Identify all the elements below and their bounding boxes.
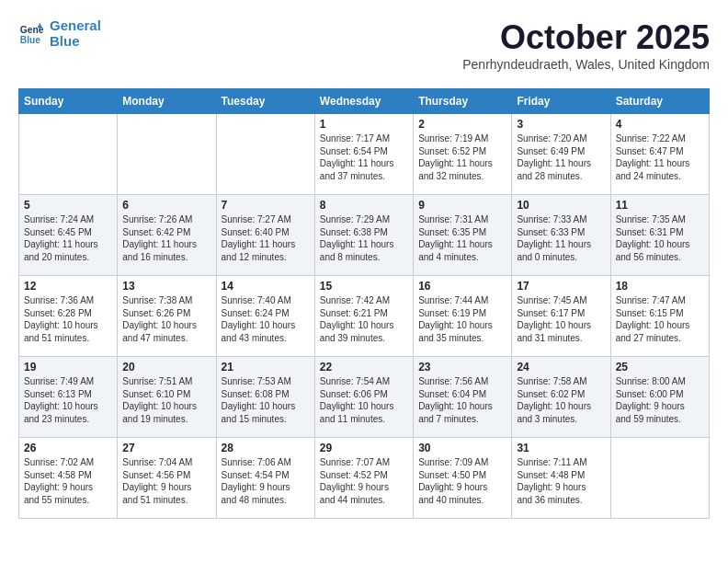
day-number: 28	[222, 442, 310, 454]
table-row: 16Sunrise: 7:44 AM Sunset: 6:19 PM Dayli…	[414, 276, 512, 357]
col-thursday: Thursday	[414, 89, 512, 114]
day-content: Sunrise: 7:07 AM Sunset: 4:52 PM Dayligh…	[320, 456, 408, 506]
calendar-week-row: 26Sunrise: 7:02 AM Sunset: 4:58 PM Dayli…	[19, 438, 710, 519]
day-content: Sunrise: 7:51 AM Sunset: 6:10 PM Dayligh…	[122, 375, 210, 425]
day-number: 12	[24, 280, 112, 293]
day-content: Sunrise: 7:44 AM Sunset: 6:19 PM Dayligh…	[418, 294, 506, 344]
day-content: Sunrise: 7:35 AM Sunset: 6:31 PM Dayligh…	[616, 213, 704, 263]
day-number: 7	[222, 199, 310, 212]
day-content: Sunrise: 7:20 AM Sunset: 6:49 PM Dayligh…	[517, 132, 605, 182]
day-number: 18	[616, 280, 704, 293]
day-content: Sunrise: 7:29 AM Sunset: 6:38 PM Dayligh…	[320, 213, 408, 263]
day-content: Sunrise: 7:54 AM Sunset: 6:06 PM Dayligh…	[320, 375, 408, 425]
day-content: Sunrise: 7:17 AM Sunset: 6:54 PM Dayligh…	[320, 132, 408, 182]
table-row: 21Sunrise: 7:53 AM Sunset: 6:08 PM Dayli…	[216, 357, 314, 438]
table-row: 11Sunrise: 7:35 AM Sunset: 6:31 PM Dayli…	[610, 195, 709, 276]
table-row: 29Sunrise: 7:07 AM Sunset: 4:52 PM Dayli…	[314, 438, 413, 519]
day-number: 31	[517, 442, 605, 454]
day-content: Sunrise: 7:31 AM Sunset: 6:35 PM Dayligh…	[418, 213, 506, 263]
day-number: 3	[517, 118, 605, 131]
table-row: 19Sunrise: 7:49 AM Sunset: 6:13 PM Dayli…	[19, 357, 118, 438]
table-row: 28Sunrise: 7:06 AM Sunset: 4:54 PM Dayli…	[216, 438, 314, 519]
title-section: October 2025 Penrhyndeudraeth, Wales, Un…	[462, 18, 710, 79]
day-content: Sunrise: 7:36 AM Sunset: 6:28 PM Dayligh…	[24, 294, 112, 344]
day-number: 11	[616, 199, 704, 212]
table-row: 7Sunrise: 7:27 AM Sunset: 6:40 PM Daylig…	[216, 195, 314, 276]
table-row: 14Sunrise: 7:40 AM Sunset: 6:24 PM Dayli…	[216, 276, 314, 357]
logo: General Blue General Blue	[18, 18, 101, 49]
calendar-week-row: 1Sunrise: 7:17 AM Sunset: 6:54 PM Daylig…	[19, 114, 710, 195]
day-number: 26	[24, 442, 112, 454]
day-content: Sunrise: 7:33 AM Sunset: 6:33 PM Dayligh…	[517, 213, 605, 263]
month-title: October 2025	[462, 18, 710, 57]
table-row: 5Sunrise: 7:24 AM Sunset: 6:45 PM Daylig…	[19, 195, 118, 276]
table-row: 20Sunrise: 7:51 AM Sunset: 6:10 PM Dayli…	[118, 357, 216, 438]
day-number: 5	[24, 199, 112, 212]
col-tuesday: Tuesday	[216, 89, 314, 114]
day-number: 16	[418, 280, 506, 293]
table-row: 6Sunrise: 7:26 AM Sunset: 6:42 PM Daylig…	[118, 195, 216, 276]
day-number: 25	[616, 361, 704, 373]
col-sunday: Sunday	[19, 89, 118, 114]
day-content: Sunrise: 7:04 AM Sunset: 4:56 PM Dayligh…	[122, 456, 210, 506]
day-number: 6	[122, 199, 210, 212]
table-row	[118, 114, 216, 195]
table-row: 2Sunrise: 7:19 AM Sunset: 6:52 PM Daylig…	[414, 114, 512, 195]
day-number: 13	[122, 280, 210, 293]
day-content: Sunrise: 7:09 AM Sunset: 4:50 PM Dayligh…	[418, 456, 506, 506]
location-title: Penrhyndeudraeth, Wales, United Kingdom	[462, 57, 710, 72]
col-friday: Friday	[512, 89, 610, 114]
day-number: 4	[616, 118, 704, 131]
col-wednesday: Wednesday	[314, 89, 413, 114]
day-content: Sunrise: 7:53 AM Sunset: 6:08 PM Dayligh…	[222, 375, 310, 425]
day-number: 15	[320, 280, 408, 293]
table-row: 31Sunrise: 7:11 AM Sunset: 4:48 PM Dayli…	[512, 438, 610, 519]
table-row: 18Sunrise: 7:47 AM Sunset: 6:15 PM Dayli…	[610, 276, 709, 357]
day-number: 9	[418, 199, 506, 212]
day-number: 22	[320, 361, 408, 373]
logo-icon: General Blue	[18, 21, 44, 47]
calendar-week-row: 12Sunrise: 7:36 AM Sunset: 6:28 PM Dayli…	[19, 276, 710, 357]
table-row: 24Sunrise: 7:58 AM Sunset: 6:02 PM Dayli…	[512, 357, 610, 438]
table-row: 22Sunrise: 7:54 AM Sunset: 6:06 PM Dayli…	[314, 357, 413, 438]
table-row: 8Sunrise: 7:29 AM Sunset: 6:38 PM Daylig…	[314, 195, 413, 276]
col-saturday: Saturday	[610, 89, 709, 114]
day-content: Sunrise: 7:40 AM Sunset: 6:24 PM Dayligh…	[222, 294, 310, 344]
day-number: 14	[222, 280, 310, 293]
table-row	[216, 114, 314, 195]
day-content: Sunrise: 7:49 AM Sunset: 6:13 PM Dayligh…	[24, 375, 112, 425]
table-row: 30Sunrise: 7:09 AM Sunset: 4:50 PM Dayli…	[414, 438, 512, 519]
table-row	[610, 438, 709, 519]
day-content: Sunrise: 7:27 AM Sunset: 6:40 PM Dayligh…	[222, 213, 310, 263]
table-row: 27Sunrise: 7:04 AM Sunset: 4:56 PM Dayli…	[118, 438, 216, 519]
day-number: 10	[517, 199, 605, 212]
day-content: Sunrise: 7:47 AM Sunset: 6:15 PM Dayligh…	[616, 294, 704, 344]
top-bar: General Blue General Blue October 2025 P…	[18, 18, 710, 81]
table-row: 26Sunrise: 7:02 AM Sunset: 4:58 PM Dayli…	[19, 438, 118, 519]
day-number: 21	[222, 361, 310, 373]
day-number: 29	[320, 442, 408, 454]
day-content: Sunrise: 7:19 AM Sunset: 6:52 PM Dayligh…	[418, 132, 506, 182]
table-row: 13Sunrise: 7:38 AM Sunset: 6:26 PM Dayli…	[118, 276, 216, 357]
col-monday: Monday	[118, 89, 216, 114]
table-row: 10Sunrise: 7:33 AM Sunset: 6:33 PM Dayli…	[512, 195, 610, 276]
calendar-table: Sunday Monday Tuesday Wednesday Thursday…	[18, 88, 710, 519]
day-number: 23	[418, 361, 506, 373]
table-row: 17Sunrise: 7:45 AM Sunset: 6:17 PM Dayli…	[512, 276, 610, 357]
day-number: 2	[418, 118, 506, 131]
day-number: 19	[24, 361, 112, 373]
day-content: Sunrise: 8:00 AM Sunset: 6:00 PM Dayligh…	[616, 375, 704, 425]
table-row: 15Sunrise: 7:42 AM Sunset: 6:21 PM Dayli…	[314, 276, 413, 357]
table-row: 1Sunrise: 7:17 AM Sunset: 6:54 PM Daylig…	[314, 114, 413, 195]
table-row	[19, 114, 118, 195]
day-number: 8	[320, 199, 408, 212]
day-content: Sunrise: 7:45 AM Sunset: 6:17 PM Dayligh…	[517, 294, 605, 344]
day-content: Sunrise: 7:22 AM Sunset: 6:47 PM Dayligh…	[616, 132, 704, 182]
day-content: Sunrise: 7:06 AM Sunset: 4:54 PM Dayligh…	[222, 456, 310, 506]
day-number: 24	[517, 361, 605, 373]
day-content: Sunrise: 7:11 AM Sunset: 4:48 PM Dayligh…	[517, 456, 605, 506]
day-content: Sunrise: 7:38 AM Sunset: 6:26 PM Dayligh…	[122, 294, 210, 344]
calendar-week-row: 19Sunrise: 7:49 AM Sunset: 6:13 PM Dayli…	[19, 357, 710, 438]
day-content: Sunrise: 7:58 AM Sunset: 6:02 PM Dayligh…	[517, 375, 605, 425]
table-row: 25Sunrise: 8:00 AM Sunset: 6:00 PM Dayli…	[610, 357, 709, 438]
